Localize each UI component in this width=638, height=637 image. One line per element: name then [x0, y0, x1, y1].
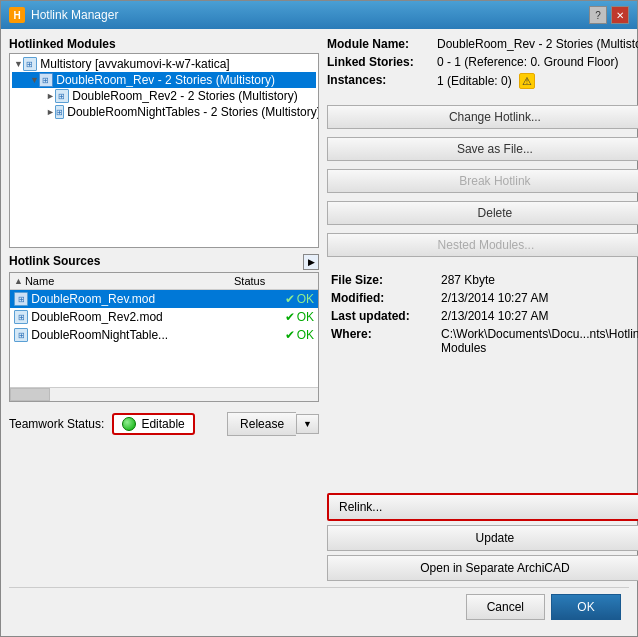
delete-button[interactable]: Delete: [327, 201, 638, 225]
source-row-1[interactable]: ⊞ DoubleRoom_Rev2.mod ✔ OK: [10, 308, 318, 326]
nested-modules-group: Nested Modules... ▶: [327, 233, 638, 257]
hotlinked-modules-section: Hotlinked Modules ▼ ⊞ Multistory [avvaku…: [9, 37, 319, 248]
file-info-area: File Size: 287 Kbyte Modified: 2/13/2014…: [327, 271, 638, 361]
teamwork-bar: Teamwork Status: Editable Release ▼: [9, 408, 319, 436]
module-icon-3: ⊞: [55, 105, 64, 119]
last-updated-row: Last updated: 2/13/2014 10:27 AM: [331, 309, 638, 323]
module-name-row: Module Name: DoubleRoom_Rev - 2 Stories …: [327, 37, 638, 51]
save-as-file-button[interactable]: Save as File...: [327, 137, 638, 161]
tree-item-multistory[interactable]: ▼ ⊞ Multistory [avvakumovi-k-w7-katica]: [12, 56, 316, 72]
relink-button[interactable]: Relink...: [329, 495, 638, 519]
right-buttons-group-top: Change Hotlink... Save as File... Break …: [327, 105, 638, 257]
ok-text-1: OK: [297, 310, 314, 324]
col-status-label: Status: [234, 275, 265, 287]
cancel-button[interactable]: Cancel: [466, 594, 545, 620]
module-icon-0: ⊞: [23, 57, 37, 71]
break-hotlink-button[interactable]: Break Hotlink: [327, 169, 638, 193]
module-icon-1: ⊞: [39, 73, 53, 87]
tree-item-doubleroom-night[interactable]: ► ⊞ DoubleRoomNightTables - 2 Stories (M…: [12, 104, 316, 120]
tree-item-label-0: Multistory [avvakumovi-k-w7-katica]: [40, 57, 229, 71]
editable-badge: Editable: [112, 413, 194, 435]
hotlink-sources-header: Hotlink Sources ▶: [9, 254, 319, 270]
modified-row: Modified: 2/13/2014 10:27 AM: [331, 291, 638, 305]
expand-icon-3: ►: [46, 107, 55, 117]
hotlinked-modules-tree[interactable]: ▼ ⊞ Multistory [avvakumovi-k-w7-katica] …: [9, 53, 319, 248]
title-bar: H Hotlink Manager ? ✕: [1, 1, 637, 29]
tree-item-label-2: DoubleRoom_Rev2 - 2 Stories (Multistory): [72, 89, 297, 103]
where-row: Where: C:\Work\Documents\Docu...nts\Hotl…: [331, 327, 638, 355]
tree-item-doubleroom-rev2[interactable]: ► ⊞ DoubleRoom_Rev2 - 2 Stories (Multist…: [12, 88, 316, 104]
ok-check-2: ✔: [285, 328, 295, 342]
file-size-value: 287 Kbyte: [441, 273, 638, 287]
modified-label: Modified:: [331, 291, 441, 305]
teamwork-label: Teamwork Status:: [9, 417, 104, 431]
sources-body[interactable]: ⊞ DoubleRoom_Rev.mod ✔ OK ⊞ DoubleRoom_R…: [10, 290, 318, 387]
hotlinked-modules-label: Hotlinked Modules: [9, 37, 319, 51]
sources-scrollbar[interactable]: [10, 387, 318, 401]
col-name-header: ▲ Name: [14, 275, 234, 287]
release-group: Release ▼: [227, 412, 319, 436]
module-icon-2: ⊞: [55, 89, 69, 103]
instances-value: 1 (Editable: 0) ⚠: [437, 73, 638, 89]
app-icon: H: [9, 7, 25, 23]
source-name-0: DoubleRoom_Rev.mod: [31, 292, 284, 306]
source-icon-1: ⊞: [14, 310, 28, 324]
title-bar-left: H Hotlink Manager: [9, 7, 118, 23]
green-dot-icon: [122, 417, 136, 431]
source-icon-0: ⊞: [14, 292, 28, 306]
relink-group: Relink... ▶: [327, 493, 638, 521]
last-updated-label: Last updated:: [331, 309, 441, 323]
update-button[interactable]: Update: [327, 525, 638, 551]
col-status-header: Status: [234, 275, 314, 287]
file-size-label: File Size:: [331, 273, 441, 287]
hotlink-sources-section: Hotlink Sources ▶ ▲ Name Status: [9, 254, 319, 402]
where-label: Where:: [331, 327, 441, 355]
source-row-2[interactable]: ⊞ DoubleRoomNightTable... ✔ OK: [10, 326, 318, 344]
help-button[interactable]: ?: [589, 6, 607, 24]
title-buttons: ? ✕: [589, 6, 629, 24]
tree-item-label-1: DoubleRoom_Rev - 2 Stories (Multistory): [56, 73, 275, 87]
tree-item-doubleroom-rev[interactable]: ▼ ⊞ DoubleRoom_Rev - 2 Stories (Multisto…: [12, 72, 316, 88]
export-icon[interactable]: ▶: [303, 254, 319, 270]
ok-check-0: ✔: [285, 292, 295, 306]
modified-value: 2/13/2014 10:27 AM: [441, 291, 638, 305]
where-value: C:\Work\Documents\Docu...nts\Hotlinked M…: [441, 327, 638, 355]
ok-text-2: OK: [297, 328, 314, 342]
sources-box: ▲ Name Status ⊞ DoubleRoom_Rev.mod: [9, 272, 319, 402]
source-icon-2: ⊞: [14, 328, 28, 342]
release-dropdown-button[interactable]: ▼: [296, 414, 319, 434]
hotlink-sources-label: Hotlink Sources: [9, 254, 100, 268]
expand-icon-1: ▼: [30, 75, 39, 85]
right-panel: Module Name: DoubleRoom_Rev - 2 Stories …: [327, 37, 638, 581]
ok-button[interactable]: OK: [551, 594, 621, 620]
expand-icon-0: ▼: [14, 59, 23, 69]
hotlink-manager-window: H Hotlink Manager ? ✕ Hotlinked Modules …: [0, 0, 638, 637]
main-area: Hotlinked Modules ▼ ⊞ Multistory [avvaku…: [9, 37, 629, 581]
nested-modules-button[interactable]: Nested Modules...: [327, 233, 638, 257]
linked-stories-value: 0 - 1 (Reference: 0. Ground Floor): [437, 55, 638, 69]
linked-stories-row: Linked Stories: 0 - 1 (Reference: 0. Gro…: [327, 55, 638, 69]
instances-row: Instances: 1 (Editable: 0) ⚠: [327, 73, 638, 89]
left-panel: Hotlinked Modules ▼ ⊞ Multistory [avvaku…: [9, 37, 319, 581]
close-button[interactable]: ✕: [611, 6, 629, 24]
scrollbar-thumb: [10, 388, 50, 401]
ok-check-1: ✔: [285, 310, 295, 324]
source-name-2: DoubleRoomNightTable...: [31, 328, 284, 342]
action-buttons-area: Relink... ▶ Update Open in Separate Arch…: [327, 493, 638, 581]
source-name-1: DoubleRoom_Rev2.mod: [31, 310, 284, 324]
editable-label: Editable: [141, 417, 184, 431]
window-title: Hotlink Manager: [31, 8, 118, 22]
change-hotlink-button[interactable]: Change Hotlink...: [327, 105, 638, 129]
module-info-area: Module Name: DoubleRoom_Rev - 2 Stories …: [327, 37, 638, 93]
instances-label: Instances:: [327, 73, 437, 89]
warning-icon: ⚠: [519, 73, 535, 89]
main-content: Hotlinked Modules ▼ ⊞ Multistory [avvaku…: [1, 29, 637, 636]
bottom-bar: Cancel OK: [9, 587, 629, 628]
linked-stories-label: Linked Stories:: [327, 55, 437, 69]
source-row-0[interactable]: ⊞ DoubleRoom_Rev.mod ✔ OK: [10, 290, 318, 308]
module-name-value: DoubleRoom_Rev - 2 Stories (Multistory): [437, 37, 638, 51]
open-archicad-button[interactable]: Open in Separate ArchiCAD: [327, 555, 638, 581]
release-button[interactable]: Release: [227, 412, 296, 436]
tree-item-label-3: DoubleRoomNightTables - 2 Stories (Multi…: [67, 105, 319, 119]
last-updated-value: 2/13/2014 10:27 AM: [441, 309, 638, 323]
